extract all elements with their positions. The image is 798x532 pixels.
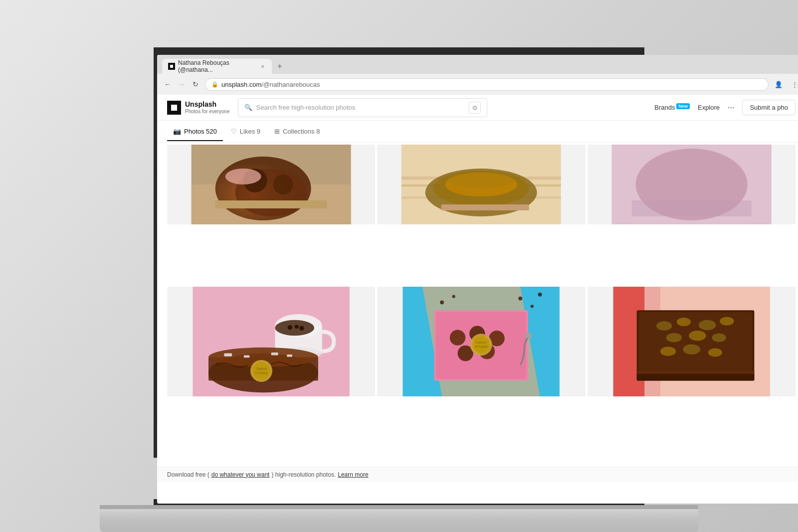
header-nav: BrandsNew Explore ··· Submit a pho <box>654 100 796 115</box>
tab-close-button[interactable]: × <box>259 63 266 70</box>
photo-overlay-5 <box>377 287 585 396</box>
nav-more-button[interactable]: ··· <box>728 103 734 112</box>
address-path: /@nathanareboucas <box>261 81 320 88</box>
photo-cell-5[interactable]: Caberie VITORIA <box>377 287 585 396</box>
forward-button[interactable]: → <box>176 79 187 90</box>
search-box[interactable]: 🔍 Search free high-resolution photos ⊙ <box>238 98 487 117</box>
photo-overlay-3 <box>588 145 796 224</box>
address-bar-row: ← → ↻ 🔒 unsplash.com/@nathanareboucas 👤 … <box>157 74 798 95</box>
photo-cell-2[interactable] <box>377 145 585 224</box>
logo-text: Unsplash Photos for everyone <box>185 101 230 114</box>
logo-icon <box>167 101 181 115</box>
logo-name: Unsplash <box>185 101 230 108</box>
laptop-bezel-top <box>154 47 644 55</box>
tab-title: Nathana Rebouças (@nathana... <box>178 59 256 73</box>
tab-likes[interactable]: ♡ Likes 9 <box>225 123 266 141</box>
footer-text: Download free ( <box>167 471 209 478</box>
visual-search-button[interactable]: ⊙ <box>469 102 481 114</box>
likes-tab-icon: ♡ <box>231 128 237 135</box>
site-header: Unsplash Photos for everyone 🔍 Search fr… <box>157 95 798 121</box>
browser-window: Nathana Rebouças (@nathana... × + ← → ↻ … <box>157 55 798 504</box>
browser-toolbar-right: 👤 ⋮ <box>773 78 798 90</box>
back-button[interactable]: ← <box>162 79 173 90</box>
footer-text-2: ) high-resolution photos. <box>271 471 336 478</box>
tab-favicon <box>168 63 175 70</box>
photo-overlay-6 <box>588 287 796 396</box>
photo-cell-6[interactable] <box>588 287 796 396</box>
photo-cell-1[interactable] <box>167 145 375 224</box>
photo-overlay-2 <box>377 145 585 224</box>
photo-cell-3[interactable] <box>588 145 796 224</box>
search-placeholder-text: Search free high-resolution photos <box>256 104 465 111</box>
browser-chrome: Nathana Rebouças (@nathana... × + ← → ↻ … <box>157 55 798 95</box>
nav-brands[interactable]: BrandsNew <box>654 104 690 111</box>
footer-link-license[interactable]: do whatever you want <box>211 471 270 478</box>
site-logo[interactable]: Unsplash Photos for everyone <box>167 101 230 115</box>
address-input[interactable]: 🔒 unsplash.com/@nathanareboucas <box>205 78 769 91</box>
address-domain: unsplash.com <box>221 81 261 88</box>
photo-cell-4[interactable]: Caberie VITORIA <box>167 287 375 396</box>
footer-learn-more[interactable]: Learn more <box>338 471 368 478</box>
browser-profile-button[interactable]: 👤 <box>773 78 785 90</box>
likes-tab-label: Likes 9 <box>240 128 260 135</box>
refresh-button[interactable]: ↻ <box>190 79 201 90</box>
tab-photos[interactable]: 📷 Photos 520 <box>167 123 223 141</box>
photos-tab-label: Photos 520 <box>184 128 217 135</box>
nav-explore[interactable]: Explore <box>698 104 720 111</box>
lock-icon: 🔒 <box>211 81 218 88</box>
logo-tagline: Photos for everyone <box>185 109 230 114</box>
collections-tab-label: Collections 8 <box>283 128 320 135</box>
active-tab[interactable]: Nathana Rebouças (@nathana... × <box>162 59 272 74</box>
photo-overlay <box>167 145 375 224</box>
address-text: unsplash.com/@nathanareboucas <box>221 81 320 88</box>
search-icon: 🔍 <box>244 104 252 111</box>
photo-grid: Caberie VITORIA <box>157 143 798 467</box>
new-tab-button[interactable]: + <box>274 60 286 72</box>
photo-overlay-4 <box>167 287 375 396</box>
browser-nav: ← → ↻ <box>162 79 201 90</box>
brands-badge: New <box>676 103 690 109</box>
profile-tabs: 📷 Photos 520 ♡ Likes 9 ⊞ Collections 8 <box>157 121 798 143</box>
laptop-base <box>100 506 698 532</box>
photos-tab-icon: 📷 <box>173 128 181 135</box>
website-content: Unsplash Photos for everyone 🔍 Search fr… <box>157 95 798 504</box>
footer-bar: Download free ( do whatever you want ) h… <box>157 467 798 482</box>
tab-bar: Nathana Rebouças (@nathana... × + <box>157 55 798 74</box>
collections-tab-icon: ⊞ <box>274 128 280 135</box>
browser-more-button[interactable]: ⋮ <box>789 78 798 90</box>
tab-collections[interactable]: ⊞ Collections 8 <box>268 123 326 141</box>
submit-photo-button[interactable]: Submit a pho <box>742 100 796 115</box>
laptop-hinge <box>100 505 698 509</box>
